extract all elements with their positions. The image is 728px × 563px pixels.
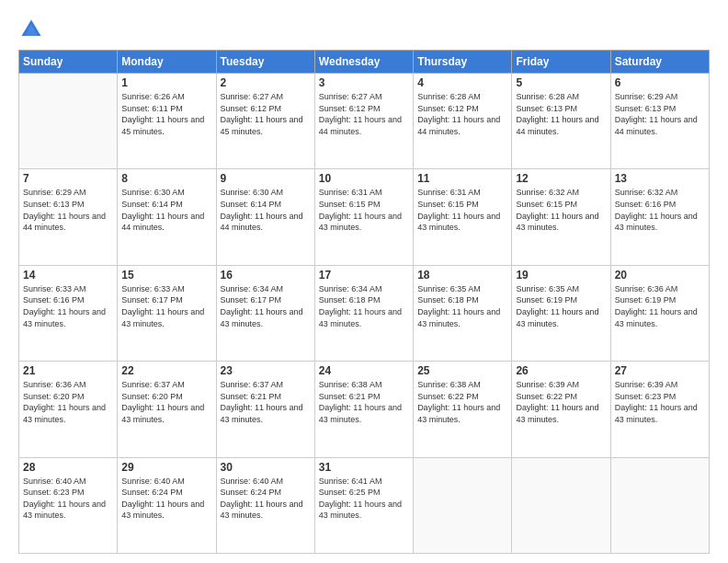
weekday-header: Monday [118, 51, 216, 74]
calendar-cell: 11Sunrise: 6:31 AM Sunset: 6:15 PM Dayli… [414, 169, 512, 265]
day-number: 5 [516, 76, 606, 89]
day-number: 4 [417, 76, 507, 89]
svg-rect-2 [25, 30, 38, 36]
calendar-cell: 6Sunrise: 6:29 AM Sunset: 6:13 PM Daylig… [610, 74, 709, 169]
day-number: 6 [615, 76, 705, 89]
calendar-cell [19, 74, 118, 169]
calendar-cell: 16Sunrise: 6:34 AM Sunset: 6:17 PM Dayli… [216, 265, 314, 361]
day-info: Sunrise: 6:32 AM Sunset: 6:16 PM Dayligh… [615, 187, 705, 233]
calendar-cell: 28Sunrise: 6:40 AM Sunset: 6:23 PM Dayli… [19, 457, 118, 553]
calendar-cell: 22Sunrise: 6:37 AM Sunset: 6:20 PM Dayli… [118, 362, 216, 457]
header [18, 17, 710, 42]
day-info: Sunrise: 6:37 AM Sunset: 6:21 PM Dayligh… [221, 379, 311, 425]
calendar-cell: 5Sunrise: 6:28 AM Sunset: 6:13 PM Daylig… [512, 74, 610, 169]
day-number: 14 [23, 269, 113, 282]
day-number: 17 [319, 269, 409, 282]
calendar-cell: 4Sunrise: 6:28 AM Sunset: 6:12 PM Daylig… [414, 74, 512, 169]
day-info: Sunrise: 6:38 AM Sunset: 6:21 PM Dayligh… [319, 379, 409, 425]
calendar-week: 21Sunrise: 6:36 AM Sunset: 6:20 PM Dayli… [19, 362, 710, 457]
day-info: Sunrise: 6:36 AM Sunset: 6:20 PM Dayligh… [23, 379, 113, 425]
day-info: Sunrise: 6:36 AM Sunset: 6:19 PM Dayligh… [615, 283, 705, 329]
day-info: Sunrise: 6:37 AM Sunset: 6:20 PM Dayligh… [121, 379, 211, 425]
calendar-cell: 26Sunrise: 6:39 AM Sunset: 6:22 PM Dayli… [512, 362, 610, 457]
day-number: 10 [319, 172, 409, 185]
day-info: Sunrise: 6:31 AM Sunset: 6:15 PM Dayligh… [319, 187, 409, 233]
day-info: Sunrise: 6:41 AM Sunset: 6:25 PM Dayligh… [319, 476, 409, 522]
logo-icon [18, 17, 44, 42]
day-number: 16 [221, 269, 311, 282]
day-number: 12 [516, 172, 606, 185]
calendar-cell: 13Sunrise: 6:32 AM Sunset: 6:16 PM Dayli… [610, 169, 709, 265]
calendar-cell: 31Sunrise: 6:41 AM Sunset: 6:25 PM Dayli… [314, 457, 413, 553]
calendar: SundayMondayTuesdayWednesdayThursdayFrid… [18, 50, 710, 554]
day-info: Sunrise: 6:39 AM Sunset: 6:23 PM Dayligh… [615, 379, 705, 425]
day-number: 1 [121, 76, 211, 89]
calendar-cell: 27Sunrise: 6:39 AM Sunset: 6:23 PM Dayli… [610, 362, 709, 457]
day-number: 11 [417, 172, 507, 185]
day-number: 23 [221, 364, 311, 377]
day-info: Sunrise: 6:29 AM Sunset: 6:13 PM Dayligh… [23, 187, 113, 233]
weekday-header: Sunday [19, 51, 118, 74]
day-info: Sunrise: 6:27 AM Sunset: 6:12 PM Dayligh… [221, 91, 311, 137]
calendar-cell: 14Sunrise: 6:33 AM Sunset: 6:16 PM Dayli… [19, 265, 118, 361]
weekday-header: Wednesday [314, 51, 413, 74]
day-info: Sunrise: 6:33 AM Sunset: 6:17 PM Dayligh… [121, 283, 211, 329]
calendar-cell: 7Sunrise: 6:29 AM Sunset: 6:13 PM Daylig… [19, 169, 118, 265]
day-info: Sunrise: 6:34 AM Sunset: 6:18 PM Dayligh… [319, 283, 409, 329]
day-number: 26 [516, 364, 606, 377]
day-number: 29 [121, 461, 211, 474]
calendar-cell: 30Sunrise: 6:40 AM Sunset: 6:24 PM Dayli… [216, 457, 314, 553]
day-info: Sunrise: 6:31 AM Sunset: 6:15 PM Dayligh… [417, 187, 507, 233]
day-number: 31 [319, 461, 409, 474]
logo [18, 17, 48, 42]
day-info: Sunrise: 6:28 AM Sunset: 6:12 PM Dayligh… [417, 91, 507, 137]
day-number: 30 [221, 461, 311, 474]
calendar-cell: 15Sunrise: 6:33 AM Sunset: 6:17 PM Dayli… [118, 265, 216, 361]
day-info: Sunrise: 6:39 AM Sunset: 6:22 PM Dayligh… [516, 379, 606, 425]
day-info: Sunrise: 6:34 AM Sunset: 6:17 PM Dayligh… [221, 283, 311, 329]
day-info: Sunrise: 6:28 AM Sunset: 6:13 PM Dayligh… [516, 91, 606, 137]
day-info: Sunrise: 6:30 AM Sunset: 6:14 PM Dayligh… [121, 187, 211, 233]
calendar-cell: 20Sunrise: 6:36 AM Sunset: 6:19 PM Dayli… [610, 265, 709, 361]
page: SundayMondayTuesdayWednesdayThursdayFrid… [0, 0, 728, 563]
day-number: 8 [121, 172, 211, 185]
day-info: Sunrise: 6:33 AM Sunset: 6:16 PM Dayligh… [23, 283, 113, 329]
day-number: 24 [319, 364, 409, 377]
day-number: 21 [23, 364, 113, 377]
day-info: Sunrise: 6:40 AM Sunset: 6:24 PM Dayligh… [121, 476, 211, 522]
weekday-header: Thursday [414, 51, 512, 74]
calendar-cell: 10Sunrise: 6:31 AM Sunset: 6:15 PM Dayli… [314, 169, 413, 265]
calendar-cell: 17Sunrise: 6:34 AM Sunset: 6:18 PM Dayli… [314, 265, 413, 361]
calendar-cell: 23Sunrise: 6:37 AM Sunset: 6:21 PM Dayli… [216, 362, 314, 457]
calendar-week: 7Sunrise: 6:29 AM Sunset: 6:13 PM Daylig… [19, 169, 710, 265]
calendar-cell: 21Sunrise: 6:36 AM Sunset: 6:20 PM Dayli… [19, 362, 118, 457]
calendar-cell: 19Sunrise: 6:35 AM Sunset: 6:19 PM Dayli… [512, 265, 610, 361]
calendar-cell [512, 457, 610, 553]
calendar-cell: 8Sunrise: 6:30 AM Sunset: 6:14 PM Daylig… [118, 169, 216, 265]
calendar-body: 1Sunrise: 6:26 AM Sunset: 6:11 PM Daylig… [19, 74, 710, 554]
day-info: Sunrise: 6:40 AM Sunset: 6:24 PM Dayligh… [221, 476, 311, 522]
day-number: 28 [23, 461, 113, 474]
day-number: 3 [319, 76, 409, 89]
calendar-header: SundayMondayTuesdayWednesdayThursdayFrid… [19, 51, 710, 74]
calendar-week: 28Sunrise: 6:40 AM Sunset: 6:23 PM Dayli… [19, 457, 710, 553]
weekday-header: Saturday [610, 51, 709, 74]
calendar-cell: 12Sunrise: 6:32 AM Sunset: 6:15 PM Dayli… [512, 169, 610, 265]
day-info: Sunrise: 6:32 AM Sunset: 6:15 PM Dayligh… [516, 187, 606, 233]
day-info: Sunrise: 6:35 AM Sunset: 6:19 PM Dayligh… [516, 283, 606, 329]
day-info: Sunrise: 6:29 AM Sunset: 6:13 PM Dayligh… [615, 91, 705, 137]
day-number: 2 [221, 76, 311, 89]
day-number: 19 [516, 269, 606, 282]
day-number: 9 [221, 172, 311, 185]
calendar-cell [610, 457, 709, 553]
day-number: 20 [615, 269, 705, 282]
day-info: Sunrise: 6:40 AM Sunset: 6:23 PM Dayligh… [23, 476, 113, 522]
day-info: Sunrise: 6:26 AM Sunset: 6:11 PM Dayligh… [121, 91, 211, 137]
calendar-week: 14Sunrise: 6:33 AM Sunset: 6:16 PM Dayli… [19, 265, 710, 361]
calendar-cell: 24Sunrise: 6:38 AM Sunset: 6:21 PM Dayli… [314, 362, 413, 457]
calendar-cell: 3Sunrise: 6:27 AM Sunset: 6:12 PM Daylig… [314, 74, 413, 169]
weekday-row: SundayMondayTuesdayWednesdayThursdayFrid… [19, 51, 710, 74]
calendar-cell: 1Sunrise: 6:26 AM Sunset: 6:11 PM Daylig… [118, 74, 216, 169]
calendar-cell [414, 457, 512, 553]
day-number: 15 [121, 269, 211, 282]
